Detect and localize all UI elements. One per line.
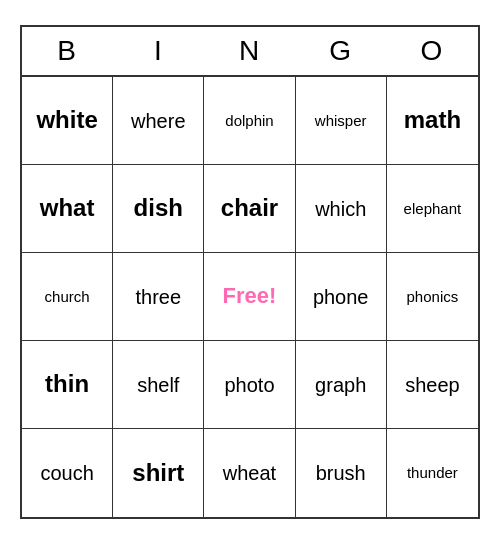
cell-text: graph [315,373,366,397]
cell-r2-c0: church [22,253,113,341]
cell-text: Free! [223,283,277,309]
cell-r0-c0: white [22,77,113,165]
cell-text: wheat [223,461,276,485]
cell-text: thunder [407,464,458,482]
cell-text: three [135,285,181,309]
cell-r1-c3: which [296,165,387,253]
cell-r2-c4: phonics [387,253,478,341]
cell-r3-c0: thin [22,341,113,429]
cell-r4-c3: brush [296,429,387,517]
cell-r1-c4: elephant [387,165,478,253]
cell-text: thin [45,370,89,399]
cell-r0-c2: dolphin [204,77,295,165]
cell-r3-c2: photo [204,341,295,429]
cell-r2-c1: three [113,253,204,341]
cell-r1-c0: what [22,165,113,253]
cell-r2-c2: Free! [204,253,295,341]
cell-text: dish [134,194,183,223]
cell-text: shelf [137,373,179,397]
cell-r0-c4: math [387,77,478,165]
header-letter: N [204,27,295,75]
cell-text: math [404,106,461,135]
cell-text: shirt [132,459,184,488]
cell-r4-c0: couch [22,429,113,517]
cell-text: sheep [405,373,460,397]
cell-r3-c1: shelf [113,341,204,429]
bingo-header: BINGO [22,27,478,77]
cell-r3-c3: graph [296,341,387,429]
header-letter: B [22,27,113,75]
cell-text: whisper [315,112,367,130]
cell-r3-c4: sheep [387,341,478,429]
cell-r4-c4: thunder [387,429,478,517]
cell-r1-c2: chair [204,165,295,253]
header-letter: G [296,27,387,75]
cell-r0-c1: where [113,77,204,165]
cell-text: what [40,194,95,223]
cell-text: photo [224,373,274,397]
cell-r4-c2: wheat [204,429,295,517]
bingo-grid: whitewheredolphinwhispermathwhatdishchai… [22,77,478,517]
cell-text: chair [221,194,278,223]
cell-text: phone [313,285,369,309]
cell-text: church [45,288,90,306]
cell-r0-c3: whisper [296,77,387,165]
cell-text: phonics [407,288,459,306]
header-letter: O [387,27,478,75]
cell-text: which [315,197,366,221]
bingo-card: BINGO whitewheredolphinwhispermathwhatdi… [20,25,480,519]
cell-text: brush [316,461,366,485]
cell-text: couch [40,461,93,485]
cell-text: white [36,106,97,135]
cell-r1-c1: dish [113,165,204,253]
cell-r4-c1: shirt [113,429,204,517]
cell-text: where [131,109,185,133]
cell-r2-c3: phone [296,253,387,341]
cell-text: elephant [404,200,462,218]
header-letter: I [113,27,204,75]
cell-text: dolphin [225,112,273,130]
